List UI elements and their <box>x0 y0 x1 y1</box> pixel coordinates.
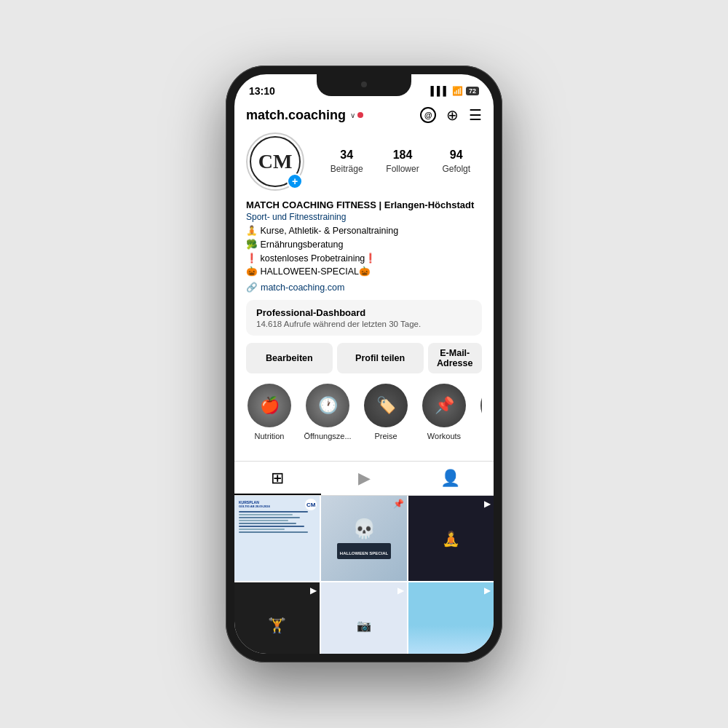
posts-grid: KURSPLAN GÜLTIG AB 28.09.2024 <box>234 496 494 654</box>
notification-dot <box>357 112 363 118</box>
highlight-label-nutrition: Nutrition <box>255 432 285 440</box>
highlight-circle-lizenzen: 📋 <box>480 384 482 427</box>
edit-button[interactable]: Bearbeiten <box>246 343 333 373</box>
posts-count: 34 <box>331 149 363 162</box>
avatar-logo: CM <box>258 150 293 173</box>
yoga-figure: 🧘 <box>442 530 460 547</box>
following-label: Gefolgt <box>442 164 470 174</box>
status-icons: ▌▌▌ 📶 72 <box>430 86 479 96</box>
followers-count: 184 <box>386 149 419 162</box>
chevron-down-icon[interactable]: ∨ <box>350 111 355 119</box>
bio-line-1: 🧘 Kurse, Athletik- & Personaltraining <box>246 224 482 238</box>
sky-content: ☁ <box>408 582 494 654</box>
yoga-content: 🏋️ <box>234 582 320 654</box>
username-row: match.coaching ∨ @ ⊕ ☰ <box>246 106 482 124</box>
action-buttons: Bearbeiten Profil teilen E-Mail-Adresse <box>246 343 482 373</box>
professional-dashboard[interactable]: Professional-Dashboard 14.618 Aufrufe wä… <box>246 300 482 336</box>
highlight-workouts[interactable]: 📌 Workouts <box>421 384 467 440</box>
nutrition-icon: 🍎 <box>260 396 280 415</box>
offnungszeit-icon: 🕐 <box>318 396 338 415</box>
signal-icon: ▌▌▌ <box>430 86 449 96</box>
dashboard-subtitle: 14.618 Aufrufe während der letzten 30 Ta… <box>256 320 472 328</box>
header-actions: @ ⊕ ☰ <box>420 106 482 124</box>
highlight-nutrition[interactable]: 🍎 Nutrition <box>246 384 293 440</box>
stats-section: CM + 34 Beiträge 184 Follower <box>246 132 482 191</box>
username-left: match.coaching ∨ <box>246 108 363 123</box>
stats-numbers: 34 Beiträge 184 Follower 94 Gefolgt <box>319 149 482 175</box>
profile-category[interactable]: Sport- und Fitnesstraining <box>246 212 482 222</box>
add-post-icon[interactable]: ⊕ <box>446 106 459 124</box>
tab-tagged[interactable]: 👤 <box>407 462 494 495</box>
email-button[interactable]: E-Mail-Adresse <box>428 343 482 373</box>
add-story-badge[interactable]: + <box>287 173 303 189</box>
highlights-row: 🍎 Nutrition 🕐 Öffnungsze... 🏷️ <box>246 384 482 443</box>
content-tabs: ⊞ ▶ 👤 <box>234 461 494 496</box>
light-placeholder: 📷 <box>357 619 371 633</box>
highlight-label-offnungszeit: Öffnungsze... <box>304 432 351 440</box>
stat-following[interactable]: 94 Gefolgt <box>442 149 470 175</box>
grid-item-5[interactable]: 📷 ▶ <box>321 582 406 654</box>
status-time: 13:10 <box>249 85 275 97</box>
grid-item-1[interactable]: KURSPLAN GÜLTIG AB 28.09.2024 <box>234 496 320 581</box>
event-label: HALLOWEEN SPECIAL <box>337 543 391 559</box>
highlight-lizenzen[interactable]: 📋 Lizenzen <box>479 384 482 440</box>
profile-header: match.coaching ∨ @ ⊕ ☰ <box>234 103 494 461</box>
link-icon: 🔗 <box>246 282 258 293</box>
screen-content[interactable]: match.coaching ∨ @ ⊕ ☰ <box>234 103 494 654</box>
preise-icon: 🏷️ <box>376 396 396 415</box>
highlight-label-workouts: Workouts <box>427 432 461 440</box>
website-link[interactable]: 🔗 match-coaching.com <box>246 282 482 293</box>
video-icon-5: ▶ <box>397 585 404 596</box>
grid-tab-icon: ⊞ <box>271 469 284 488</box>
menu-icon[interactable]: ☰ <box>469 106 482 124</box>
bio-line-4: 🎃 HALLOWEEN-SPECIAL🎃 <box>246 265 482 279</box>
tab-reels[interactable]: ▶ <box>321 462 408 495</box>
highlight-preise[interactable]: 🏷️ Preise <box>363 384 409 440</box>
profile-name: MATCH COACHING FITNESS | Erlangen-Höchst… <box>246 199 482 210</box>
stat-posts[interactable]: 34 Beiträge <box>331 149 363 175</box>
video-icon-4: ▶ <box>310 585 317 596</box>
tagged-tab-icon: 👤 <box>440 469 460 488</box>
wifi-icon: 📶 <box>452 86 463 96</box>
skeleton-emoji: 💀 <box>352 518 376 540</box>
bio-line-2: 🥦 Ernährungsberatung <box>246 238 482 252</box>
highlight-circle-nutrition: 🍎 <box>248 384 291 427</box>
grid-item-2[interactable]: 💀 HALLOWEEN SPECIAL 📌 <box>321 496 406 581</box>
reels-tab-icon: ▶ <box>358 469 371 488</box>
highlight-circle-offnungszeit: 🕐 <box>306 384 349 427</box>
threads-icon[interactable]: @ <box>420 107 436 123</box>
phone-frame: 13:10 ▌▌▌ 📶 72 match.coaching ∨ <box>226 66 502 662</box>
posts-label: Beiträge <box>331 164 363 174</box>
followers-label: Follower <box>386 164 419 174</box>
video-icon-3: ▶ <box>484 499 491 509</box>
verified-icons: ∨ <box>350 111 363 119</box>
tab-grid[interactable]: ⊞ <box>234 462 321 495</box>
dark-content: 🧘 <box>408 496 494 581</box>
share-profile-button[interactable]: Profil teilen <box>337 343 424 373</box>
highlight-circle-preise: 🏷️ <box>364 384 408 427</box>
username-text: match.coaching <box>246 108 346 123</box>
grid-item-6[interactable]: ☁ ▶ <box>408 582 494 654</box>
highlight-offnungszeit[interactable]: 🕐 Öffnungsze... <box>304 384 351 440</box>
dashboard-title: Professional-Dashboard <box>256 307 472 318</box>
pin-icon-2: 📌 <box>393 499 404 509</box>
kursplan-lines <box>239 511 315 533</box>
video-icon-6: ▶ <box>484 585 491 596</box>
avatar-container[interactable]: CM + <box>246 132 304 191</box>
highlight-circle-workouts: 📌 <box>422 384 466 427</box>
battery-icon: 72 <box>466 87 479 95</box>
grid-item-3[interactable]: 🧘 ▶ <box>408 496 494 581</box>
website-text: match-coaching.com <box>261 282 344 293</box>
phone-screen: 13:10 ▌▌▌ 📶 72 match.coaching ∨ <box>234 74 494 654</box>
kursplan-date: GÜLTIG AB 28.09.2024 <box>239 505 315 508</box>
phone-notch <box>317 74 411 96</box>
yoga-woman-figure: 🏋️ <box>268 617 286 634</box>
event-text: HALLOWEEN SPECIAL <box>340 551 388 555</box>
bio-section: MATCH COACHING FITNESS | Erlangen-Höchst… <box>246 199 482 293</box>
highlight-label-preise: Preise <box>374 432 397 440</box>
phone-speaker <box>361 82 367 87</box>
stat-followers[interactable]: 184 Follower <box>386 149 419 175</box>
grid-item-4[interactable]: 🏋️ ▶ 1:34s <box>234 582 320 654</box>
following-count: 94 <box>442 149 470 162</box>
workouts-icon: 📌 <box>435 396 454 415</box>
